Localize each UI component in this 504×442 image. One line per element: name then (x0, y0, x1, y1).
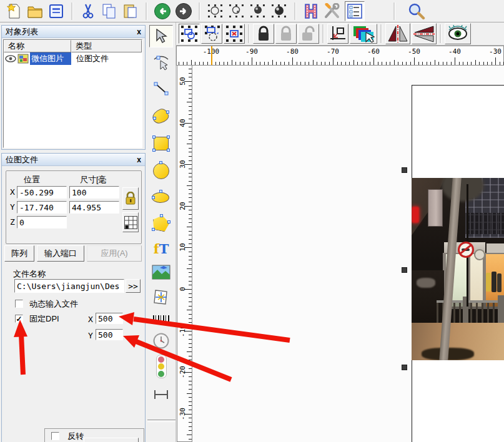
array-button[interactable]: 阵列 (4, 245, 34, 262)
clock-tool-button[interactable] (149, 330, 173, 352)
object-list-row[interactable]: 微信图片 位图文件 (4, 52, 142, 65)
multi-select-button[interactable] (179, 24, 200, 44)
vruler-tick (189, 106, 192, 107)
new-file-button[interactable] (5, 2, 22, 20)
photo-balcony (465, 213, 504, 234)
curve-tool-button[interactable] (149, 105, 173, 127)
select-tool-button[interactable] (149, 25, 173, 47)
text-tool-button[interactable]: fT (149, 237, 173, 260)
node-add-button[interactable] (228, 2, 245, 20)
vruler-tick (189, 360, 192, 360)
horizontal-ruler[interactable]: -100-90-80-70-60-50-40-30 (176, 46, 504, 66)
settings-tools-button[interactable] (324, 2, 341, 20)
mirror-vertical-button[interactable] (412, 23, 437, 44)
dpi-x-input[interactable] (96, 313, 123, 324)
measure-tool-button[interactable] (149, 383, 173, 406)
undo-button[interactable] (154, 2, 171, 20)
preview-button[interactable] (445, 23, 471, 44)
invert-checkbox[interactable] (51, 432, 59, 440)
vertical-ruler[interactable]: 50403020100-10-20-30 (177, 66, 192, 442)
aspect-lock-button[interactable] (122, 187, 139, 210)
image-tool-button[interactable] (149, 261, 173, 283)
polygon-tool-button[interactable] (149, 212, 173, 235)
y-position-input[interactable] (17, 201, 67, 214)
invert-extra-button[interactable] (84, 438, 139, 442)
dpi-y-input[interactable] (96, 329, 123, 340)
object-name-selected[interactable]: 微信图片 (30, 52, 71, 65)
toolbar-separator (393, 2, 395, 20)
vruler-tick (189, 181, 192, 182)
column-header-name[interactable]: 名称 (4, 40, 71, 52)
object-list-toggle-button[interactable] (345, 1, 365, 21)
vruler-tick (189, 177, 192, 177)
input-port-button[interactable]: 输入端口 (37, 245, 84, 262)
traffic-light-tool-button[interactable] (149, 353, 173, 380)
toolbar-separator (440, 24, 442, 43)
selection-handle-mid-left[interactable] (402, 267, 407, 273)
unlock-button[interactable] (298, 24, 319, 44)
rectangle-tool-button[interactable] (149, 132, 173, 155)
zoom-button[interactable] (408, 2, 425, 20)
x-position-input[interactable] (17, 186, 67, 199)
select-arrow-icon (154, 29, 168, 44)
selection-handle-top-left[interactable] (402, 167, 407, 173)
mirror-horizontal-button[interactable] (385, 23, 410, 44)
copy-icon (101, 3, 117, 19)
vruler-tick (189, 86, 192, 86)
line-tool-button[interactable] (149, 77, 173, 100)
align-button[interactable] (302, 2, 320, 20)
x-size-input[interactable] (69, 186, 119, 199)
selection-handle-bottom-left[interactable] (402, 365, 407, 370)
y-size-input[interactable] (69, 201, 119, 214)
vruler-tick (187, 185, 192, 186)
vruler-tick (189, 243, 192, 244)
bitmap-panel-header[interactable]: 位图文件 x (2, 154, 145, 166)
vector-file-tool-button[interactable] (149, 286, 173, 308)
bitmap-panel-close-button[interactable]: x (137, 156, 141, 164)
vruler-tick (189, 114, 192, 115)
layer-colors-button[interactable] (350, 24, 377, 44)
node-sphere-button[interactable] (270, 2, 288, 20)
hruler-tick (272, 60, 273, 65)
copy-button[interactable] (101, 2, 118, 20)
hruler-tick (382, 62, 382, 65)
object-list-header[interactable]: 对象列表 x (2, 26, 145, 38)
column-header-type[interactable]: 类型 (71, 40, 142, 52)
node-select-button[interactable] (207, 2, 224, 20)
bitmap-image-object[interactable] (412, 178, 504, 360)
hruler-tick (292, 57, 293, 65)
visibility-eye-icon[interactable] (5, 54, 16, 63)
node-fill-button[interactable] (249, 2, 267, 20)
lock-all-button[interactable] (275, 24, 297, 44)
barcode-icon (153, 315, 169, 324)
hruler-tick (373, 57, 374, 65)
delete-select-button[interactable] (224, 24, 245, 44)
paste-button[interactable] (122, 2, 139, 20)
barcode-tool-button[interactable] (149, 308, 173, 331)
fixed-dpi-checkbox[interactable]: ✓ (15, 315, 23, 323)
vruler-tick (189, 293, 192, 294)
file-name-input[interactable] (14, 279, 124, 293)
redo-button[interactable] (175, 2, 192, 20)
y-row-label: Y (10, 202, 15, 212)
apply-button[interactable]: 应用(A) (87, 245, 142, 262)
set-origin-button[interactable] (327, 24, 348, 44)
origin-axes-icon (329, 25, 347, 42)
rotate-select-button[interactable] (201, 24, 222, 44)
lock-button[interactable] (253, 24, 274, 44)
node-edit-tool-button[interactable] (149, 51, 173, 74)
vruler-tick (187, 144, 192, 144)
lock-icon (125, 192, 136, 205)
open-file-button[interactable] (26, 2, 44, 20)
dynamic-input-checkbox[interactable] (15, 300, 23, 308)
cut-button[interactable] (79, 2, 97, 20)
ellipse-tool-button[interactable] (149, 186, 173, 209)
z-position-input[interactable] (17, 216, 67, 228)
object-list-close-button[interactable]: x (137, 28, 141, 36)
anchor-point-button[interactable] (122, 212, 139, 232)
vruler-tick (189, 422, 192, 423)
save-button[interactable] (47, 2, 65, 20)
hruler-tick (224, 62, 224, 65)
browse-button[interactable]: >> (126, 279, 141, 293)
circle-tool-button[interactable] (149, 160, 173, 182)
